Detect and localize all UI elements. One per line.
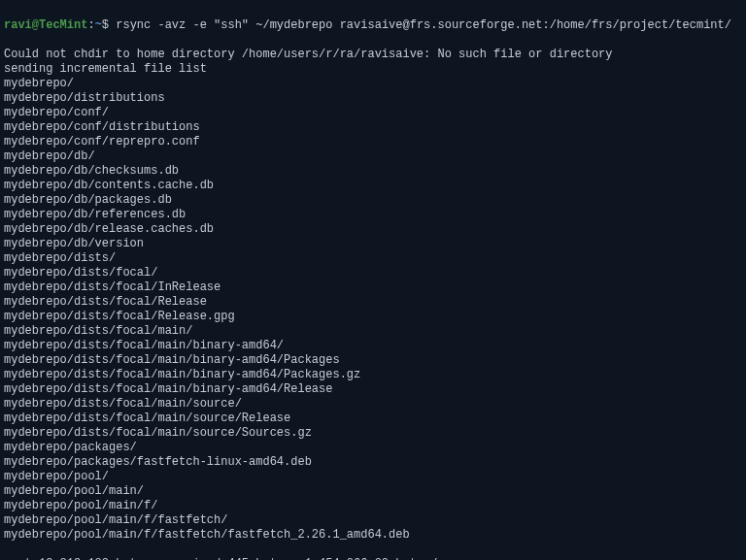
output-line: mydebrepo/pool/main/f/fastfetch/ <box>4 513 742 528</box>
output-line: mydebrepo/conf/ <box>4 106 742 120</box>
output-line: mydebrepo/dists/focal/InRelease <box>4 280 742 295</box>
output-line: mydebrepo/distributions <box>4 91 742 106</box>
output-line: mydebrepo/packages/fastfetch-linux-amd64… <box>4 455 742 470</box>
output-line: mydebrepo/pool/main/ <box>4 484 742 499</box>
output-line: mydebrepo/pool/main/f/ <box>4 499 742 513</box>
output-line: mydebrepo/db/ <box>4 149 742 164</box>
output-line: Could not chdir to home directory /home/… <box>4 48 742 62</box>
output-line: mydebrepo/packages/ <box>4 441 742 455</box>
output-line: mydebrepo/db/checksums.db <box>4 164 742 179</box>
terminal[interactable]: ravi@TecMint:~$ rsync -avz -e "ssh" ~/my… <box>4 4 742 560</box>
prompt-dollar: $ <box>102 18 116 32</box>
output-line: mydebrepo/db/version <box>4 237 742 251</box>
output-line: mydebrepo/dists/focal/main/binary-amd64/… <box>4 368 742 382</box>
output-line <box>4 543 742 557</box>
output-line: mydebrepo/dists/focal/main/binary-amd64/ <box>4 339 742 353</box>
output-line: mydebrepo/db/packages.db <box>4 193 742 208</box>
output-line: mydebrepo/db/references.db <box>4 208 742 222</box>
command-line: ravi@TecMint:~$ rsync -avz -e "ssh" ~/my… <box>4 18 742 33</box>
output-line: mydebrepo/dists/focal/main/source/ <box>4 397 742 412</box>
output-line: mydebrepo/conf/reprepro.conf <box>4 135 742 149</box>
output-line: mydebrepo/dists/focal/Release.gpg <box>4 310 742 324</box>
command-text: rsync -avz -e "ssh" ~/mydebrepo ravisaiv… <box>116 18 731 32</box>
output-line: mydebrepo/dists/focal/main/binary-amd64/… <box>4 353 742 368</box>
output-container: Could not chdir to home directory /home/… <box>4 48 742 560</box>
output-line: mydebrepo/pool/main/f/fastfetch/fastfetc… <box>4 528 742 543</box>
output-line: mydebrepo/dists/focal/main/source/Source… <box>4 426 742 441</box>
output-line: mydebrepo/dists/focal/Release <box>4 295 742 310</box>
output-line: mydebrepo/dists/focal/main/source/Releas… <box>4 412 742 426</box>
output-line: mydebrepo/db/release.caches.db <box>4 222 742 237</box>
output-line: mydebrepo/dists/focal/main/binary-amd64/… <box>4 382 742 397</box>
output-line: mydebrepo/dists/ <box>4 251 742 266</box>
output-line: mydebrepo/db/contents.cache.db <box>4 179 742 193</box>
output-line: mydebrepo/dists/focal/ <box>4 266 742 280</box>
output-line: mydebrepo/dists/focal/main/ <box>4 324 742 339</box>
output-line: sending incremental file list <box>4 62 742 77</box>
output-line: mydebrepo/ <box>4 77 742 91</box>
prompt-separator: : <box>87 18 94 32</box>
output-line: mydebrepo/pool/ <box>4 470 742 484</box>
output-line: mydebrepo/conf/distributions <box>4 120 742 135</box>
prompt-user: ravi@TecMint <box>4 18 87 32</box>
prompt-path: ~ <box>95 18 102 32</box>
